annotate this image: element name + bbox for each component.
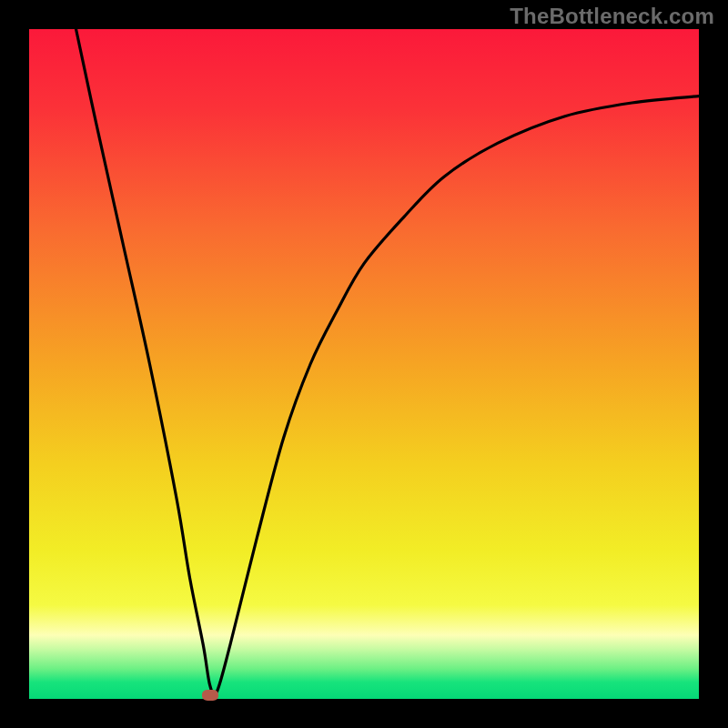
plot-area <box>29 29 699 699</box>
chart-frame: TheBottleneck.com <box>0 0 728 728</box>
watermark-text: TheBottleneck.com <box>510 4 714 29</box>
minimum-marker <box>202 690 218 701</box>
curve-line <box>29 29 699 699</box>
